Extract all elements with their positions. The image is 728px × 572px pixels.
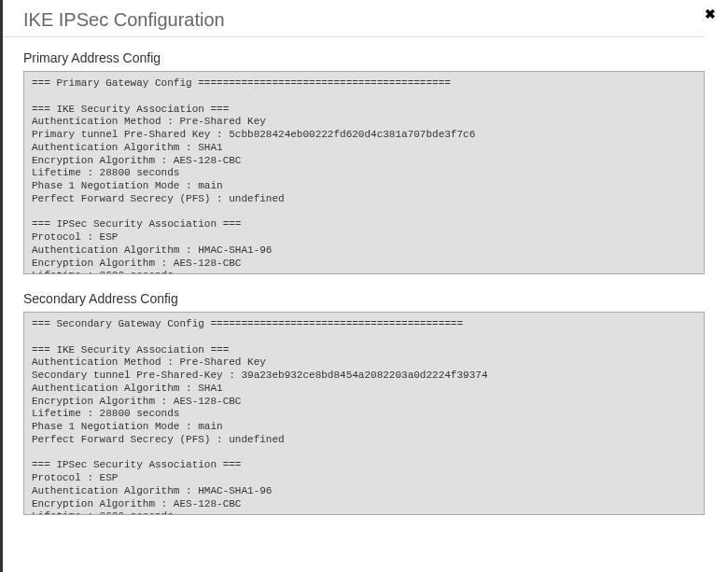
primary-config-section: Primary Address Config xyxy=(3,50,728,278)
primary-config-heading: Primary Address Config xyxy=(23,50,707,65)
primary-config-textarea[interactable] xyxy=(23,71,705,274)
secondary-config-heading: Secondary Address Config xyxy=(23,291,707,306)
secondary-config-textarea[interactable] xyxy=(23,312,705,515)
close-icon[interactable]: ✖ xyxy=(702,6,719,22)
secondary-config-section: Secondary Address Config xyxy=(3,291,728,519)
page-title: IKE IPSec Configuration xyxy=(3,0,705,37)
